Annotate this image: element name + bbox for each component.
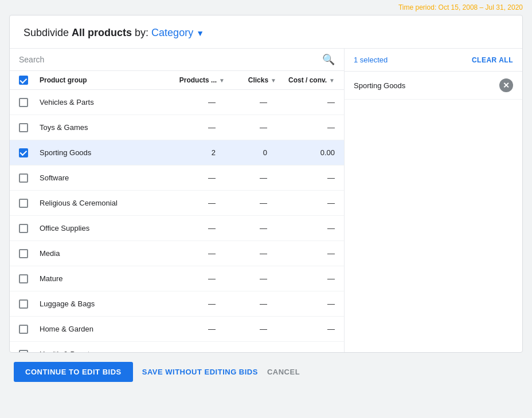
right-panel: 1 selected CLEAR ALL Sporting Goods ✕ bbox=[345, 49, 522, 352]
row-checkbox[interactable] bbox=[19, 199, 28, 208]
row-clicks: — bbox=[229, 199, 281, 207]
header-product-group: Product group bbox=[37, 76, 161, 84]
row-checkbox[interactable] bbox=[19, 299, 28, 309]
row-products: — bbox=[161, 325, 229, 333]
row-label: Toys & Games bbox=[37, 123, 161, 132]
row-label: Media bbox=[37, 249, 161, 258]
continue-to-edit-bids-button[interactable]: CONTINUE TO EDIT BIDS bbox=[14, 362, 133, 382]
clicks-sort-icon: ▼ bbox=[271, 77, 276, 84]
header-checkbox-col bbox=[10, 76, 37, 85]
cancel-button[interactable]: CANCEL bbox=[267, 368, 300, 376]
row-checkbox[interactable] bbox=[19, 123, 28, 132]
row-cost: — bbox=[281, 199, 344, 207]
row-label: Mature bbox=[37, 274, 161, 283]
table-row[interactable]: Toys & Games — — — bbox=[10, 115, 344, 140]
row-clicks: — bbox=[229, 299, 281, 308]
table-row[interactable]: Software — — — bbox=[10, 165, 344, 191]
table-row[interactable]: Vehicles & Parts — — — bbox=[10, 90, 344, 115]
row-clicks: 0 bbox=[229, 148, 281, 157]
right-header: 1 selected CLEAR ALL bbox=[345, 49, 522, 72]
row-cost: — bbox=[281, 173, 344, 182]
row-products: — bbox=[161, 123, 229, 132]
row-checkbox-wrap bbox=[10, 350, 37, 353]
row-label: Vehicles & Parts bbox=[37, 98, 161, 107]
search-input[interactable] bbox=[19, 55, 318, 64]
subdivide-title: Subdivide All products by: Category ▼ bbox=[24, 27, 204, 38]
table-row[interactable]: Home & Garden — — — bbox=[10, 317, 344, 342]
row-label: Health & Beauty bbox=[37, 350, 161, 352]
row-checkbox[interactable] bbox=[19, 350, 28, 353]
dropdown-arrow-icon: ▼ bbox=[196, 29, 204, 38]
row-label: Luggage & Bags bbox=[37, 299, 161, 308]
header-clicks[interactable]: Clicks ▼ bbox=[229, 76, 281, 84]
prefix-text: Subdivide bbox=[24, 27, 72, 38]
table-row[interactable]: Mature — — — bbox=[10, 266, 344, 291]
row-products: — bbox=[161, 173, 229, 182]
row-checkbox-wrap bbox=[10, 98, 37, 107]
selected-item: Sporting Goods ✕ bbox=[345, 72, 522, 100]
bold-text: All products bbox=[72, 27, 132, 38]
category-dropdown[interactable]: Category ▼ bbox=[151, 27, 204, 38]
row-cost: — bbox=[281, 299, 344, 308]
table-row[interactable]: Luggage & Bags — — — bbox=[10, 291, 344, 317]
row-checkbox-wrap bbox=[10, 123, 37, 132]
save-without-editing-button[interactable]: SAVE WITHOUT EDITING BIDS bbox=[142, 368, 258, 376]
row-cost: — bbox=[281, 249, 344, 258]
row-cost: — bbox=[281, 123, 344, 132]
time-period-text: Time period: Oct 15, 2008 – Jul 31, 2020 bbox=[398, 3, 523, 11]
table-row[interactable]: Health & Beauty — — — bbox=[10, 342, 344, 352]
row-clicks: — bbox=[229, 224, 281, 232]
row-checkbox[interactable] bbox=[19, 98, 28, 107]
row-clicks: — bbox=[229, 325, 281, 333]
row-products: — bbox=[161, 98, 229, 107]
time-period-bar: Time period: Oct 15, 2008 – Jul 31, 2020 bbox=[0, 0, 532, 15]
row-checkbox-wrap bbox=[10, 325, 37, 334]
row-clicks: — bbox=[229, 249, 281, 258]
row-checkbox-wrap bbox=[10, 199, 37, 208]
row-label: Religious & Ceremonial bbox=[37, 199, 161, 207]
row-checkbox-wrap bbox=[10, 173, 37, 183]
row-checkbox-wrap bbox=[10, 249, 37, 258]
header-section: Subdivide All products by: Category ▼ bbox=[10, 15, 522, 49]
row-products: — bbox=[161, 350, 229, 352]
content-area: 🔍 Product group Products ... ▼ Clicks ▼ bbox=[10, 49, 522, 352]
row-clicks: — bbox=[229, 173, 281, 182]
remove-selected-item-button[interactable]: ✕ bbox=[499, 78, 513, 92]
row-checkbox[interactable] bbox=[19, 224, 28, 233]
table-row[interactable]: Sporting Goods 2 0 0.00 bbox=[10, 140, 344, 165]
row-products: — bbox=[161, 249, 229, 258]
header-products[interactable]: Products ... ▼ bbox=[161, 76, 229, 84]
row-checkbox-wrap bbox=[10, 299, 37, 309]
footer-section: CONTINUE TO EDIT BIDS SAVE WITHOUT EDITI… bbox=[0, 353, 532, 391]
selected-item-label: Sporting Goods bbox=[354, 81, 405, 90]
select-all-checkbox[interactable] bbox=[19, 76, 28, 85]
row-checkbox[interactable] bbox=[19, 148, 28, 157]
row-products: — bbox=[161, 199, 229, 207]
products-sort-icon: ▼ bbox=[219, 77, 225, 84]
clear-all-button[interactable]: CLEAR ALL bbox=[472, 56, 513, 64]
row-products: 2 bbox=[161, 148, 229, 157]
table-row[interactable]: Religious & Ceremonial — — — bbox=[10, 191, 344, 216]
table-body: Vehicles & Parts — — — Toys & Games — — … bbox=[10, 90, 344, 352]
row-cost: — bbox=[281, 98, 344, 107]
header-cost[interactable]: Cost / conv. ▼ bbox=[281, 76, 344, 84]
row-checkbox[interactable] bbox=[19, 325, 28, 334]
row-checkbox-wrap bbox=[10, 224, 37, 233]
row-checkbox[interactable] bbox=[19, 173, 28, 183]
table-row[interactable]: Media — — — bbox=[10, 241, 344, 266]
row-clicks: — bbox=[229, 123, 281, 132]
row-products: — bbox=[161, 224, 229, 232]
row-checkbox[interactable] bbox=[19, 274, 28, 283]
row-label: Sporting Goods bbox=[37, 148, 161, 157]
selected-count: 1 selected bbox=[354, 56, 388, 64]
row-products: — bbox=[161, 299, 229, 308]
row-cost: — bbox=[281, 350, 344, 352]
selected-items-list: Sporting Goods ✕ bbox=[345, 72, 522, 100]
row-clicks: — bbox=[229, 274, 281, 283]
row-checkbox[interactable] bbox=[19, 249, 28, 258]
search-bar: 🔍 bbox=[10, 49, 344, 71]
left-panel: 🔍 Product group Products ... ▼ Clicks ▼ bbox=[10, 49, 345, 352]
table-row[interactable]: Office Supplies — — — bbox=[10, 216, 344, 241]
main-card: Subdivide All products by: Category ▼ 🔍 … bbox=[9, 15, 523, 353]
table-header: Product group Products ... ▼ Clicks ▼ Co… bbox=[10, 71, 344, 90]
